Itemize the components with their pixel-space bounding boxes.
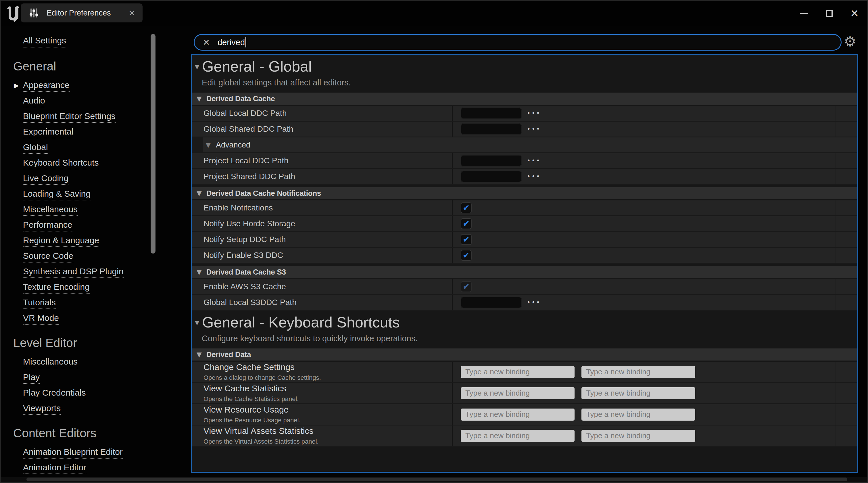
section-collapse-icon[interactable]: ▾ — [195, 62, 199, 71]
sidebar-item-play[interactable]: Play — [23, 372, 40, 384]
setting-label: Global Local S3DDC Path — [204, 298, 297, 307]
clear-search-icon[interactable]: ✕ — [203, 37, 210, 48]
sidebar-scrollbar-thumb[interactable] — [151, 34, 155, 253]
sidebar-item-miscellaneous[interactable]: Miscellaneous — [23, 357, 78, 368]
advanced-subsection-header[interactable]: ▼Advanced — [192, 138, 857, 153]
group-header-derived-data[interactable]: ▼Derived Data — [192, 349, 857, 361]
binding-placeholder: Type a new binding — [465, 367, 530, 376]
sidebar-item-vr-mode[interactable]: VR Mode — [23, 313, 59, 325]
browse-ellipsis-button[interactable]: ••• — [527, 173, 541, 180]
shortcut-description: Opens the Resource Usage panel. — [204, 417, 301, 424]
sidebar-item-region-language[interactable]: Region & Language — [23, 236, 99, 247]
row-value-cell: ••• — [453, 106, 836, 121]
checkbox-notify-enable-s3-ddc[interactable]: ✔ — [461, 250, 472, 261]
row-label-cell: View Virtual Assets StatisticsOpens the … — [192, 425, 453, 446]
sidebar-row: Miscellaneous — [23, 357, 186, 368]
shortcut-description: Opens the Virtual Assets Statistics pane… — [204, 438, 319, 445]
sidebar-item-texture-encoding[interactable]: Texture Encoding — [23, 282, 90, 294]
sidebar-category-level-editor: Level Editor — [13, 336, 186, 350]
sidebar-item-miscellaneous[interactable]: Miscellaneous — [23, 204, 78, 216]
sidebar-item-play-credentials[interactable]: Play Credentials — [23, 388, 86, 399]
row-value-cell: Type a new bindingType a new binding — [453, 362, 836, 382]
sidebar-row: Global — [23, 142, 186, 153]
key-binding-input[interactable]: Type a new binding — [461, 387, 575, 399]
sidebar-item-animation-blueprint-editor[interactable]: Animation Blueprint Editor — [23, 447, 123, 458]
sidebar-row: Loading & Saving — [23, 189, 186, 200]
group-rows: Enable AWS S3 Cache✔Global Local S3DDC P… — [192, 279, 857, 311]
sidebar-row: Viewports — [23, 403, 186, 414]
browse-ellipsis-button[interactable]: ••• — [527, 157, 541, 164]
row-value-cell: ••• — [453, 122, 836, 137]
path-text-input[interactable] — [461, 123, 522, 135]
sidebar-row: Tutorials — [23, 298, 186, 308]
key-binding-input[interactable]: Type a new binding — [461, 409, 575, 421]
horizontal-scrollbar[interactable] — [1, 477, 867, 482]
section-collapse-icon[interactable]: ▾ — [195, 318, 199, 328]
settings-row-notify-enable-s3-ddc: Notify Enable S3 DDC✔ — [192, 248, 857, 264]
checkbox-notify-use-horde-storage[interactable]: ✔ — [461, 218, 472, 229]
checkbox-enable-notifcations[interactable]: ✔ — [461, 202, 472, 213]
settings-gear-icon[interactable]: ⚙ — [844, 34, 856, 48]
binding-placeholder: Type a new binding — [465, 431, 530, 440]
sidebar-item-animation-editor[interactable]: Animation Editor — [23, 462, 86, 474]
row-label-cell: Global Shared DDC Path — [192, 122, 453, 137]
sidebar-item-viewports[interactable]: Viewports — [23, 403, 61, 415]
close-icon: ✕ — [850, 8, 859, 19]
search-input[interactable]: ✕ derived — [194, 34, 842, 51]
sidebar-item-all-settings[interactable]: All Settings — [23, 36, 66, 48]
collapse-triangle-icon: ▼ — [196, 95, 202, 102]
key-binding-input[interactable]: Type a new binding — [582, 430, 695, 442]
sidebar-item-audio[interactable]: Audio — [23, 96, 45, 107]
row-value-cell: ✔ — [453, 201, 836, 215]
group-header-derived-data-cache-notifications[interactable]: ▼Derived Data Cache Notifications — [192, 187, 857, 199]
sidebar-item-tutorials[interactable]: Tutorials — [23, 298, 56, 309]
browse-ellipsis-button[interactable]: ••• — [527, 126, 541, 132]
collapse-triangle-icon: ▼ — [196, 268, 202, 276]
browse-ellipsis-button[interactable]: ••• — [527, 110, 541, 117]
sidebar-item-appearance[interactable]: Appearance — [23, 80, 69, 92]
reset-to-default-cell — [836, 169, 857, 184]
shortcut-name: View Cache Statistics — [204, 384, 286, 393]
sidebar-item-performance[interactable]: Performance — [23, 220, 72, 232]
browse-ellipsis-button[interactable]: ••• — [527, 299, 541, 306]
checkbox-notify-setup-ddc-path[interactable]: ✔ — [461, 234, 472, 245]
key-binding-input[interactable]: Type a new binding — [461, 366, 575, 378]
shortcut-name: Change Cache Settings — [204, 362, 294, 372]
row-label-cell: Notify Enable S3 DDC — [192, 248, 453, 263]
minimize-icon — [800, 13, 808, 14]
key-binding-input[interactable]: Type a new binding — [461, 430, 575, 442]
key-binding-input[interactable]: Type a new binding — [582, 387, 695, 399]
sidebar-row: Performance — [23, 220, 186, 231]
editor-preferences-tab[interactable]: Editor Preferences ✕ — [21, 3, 143, 23]
sidebar-item-synthesis-and-dsp-plugin[interactable]: Synthesis and DSP Plugin — [23, 267, 124, 278]
minimize-button[interactable] — [799, 9, 809, 19]
section-title-text: General - Global — [202, 58, 312, 75]
setting-label: Global Shared DDC Path — [204, 124, 293, 134]
path-text-input[interactable] — [461, 297, 522, 308]
path-text-input[interactable] — [461, 108, 522, 119]
close-button[interactable]: ✕ — [849, 9, 859, 19]
maximize-button[interactable] — [824, 9, 834, 19]
key-binding-input[interactable]: Type a new binding — [582, 409, 695, 421]
horizontal-scrollbar-thumb[interactable] — [26, 478, 847, 481]
sidebar-item-loading-saving[interactable]: Loading & Saving — [23, 189, 91, 201]
reset-to-default-cell — [836, 201, 857, 215]
path-text-input[interactable] — [461, 155, 522, 167]
group-header-derived-data-cache[interactable]: ▼Derived Data Cache — [192, 93, 857, 104]
row-label-cell: Notify Setup DDC Path — [192, 232, 453, 247]
sidebar-item-keyboard-shortcuts[interactable]: Keyboard Shortcuts — [23, 158, 99, 169]
sidebar-item-live-coding[interactable]: Live Coding — [23, 173, 68, 185]
sidebar-row: Animation Editor — [23, 462, 186, 474]
sidebar-item-experimental[interactable]: Experimental — [23, 127, 73, 138]
group-header-derived-data-cache-s3[interactable]: ▼Derived Data Cache S3 — [192, 266, 857, 278]
sidebar-item-global[interactable]: Global — [23, 142, 48, 154]
setting-label: Enable Notifcations — [204, 203, 273, 212]
tab-close-icon[interactable]: ✕ — [128, 9, 135, 18]
key-binding-input[interactable]: Type a new binding — [582, 366, 695, 378]
sidebar-row: Synthesis and DSP Plugin — [23, 267, 186, 277]
sidebar-item-source-code[interactable]: Source Code — [23, 251, 73, 263]
sidebar-scrollbar[interactable] — [151, 34, 155, 476]
path-text-input[interactable] — [461, 171, 522, 182]
sidebar-item-blueprint-editor-settings[interactable]: Blueprint Editor Settings — [23, 111, 116, 123]
subsection-label: Advanced — [216, 141, 250, 150]
